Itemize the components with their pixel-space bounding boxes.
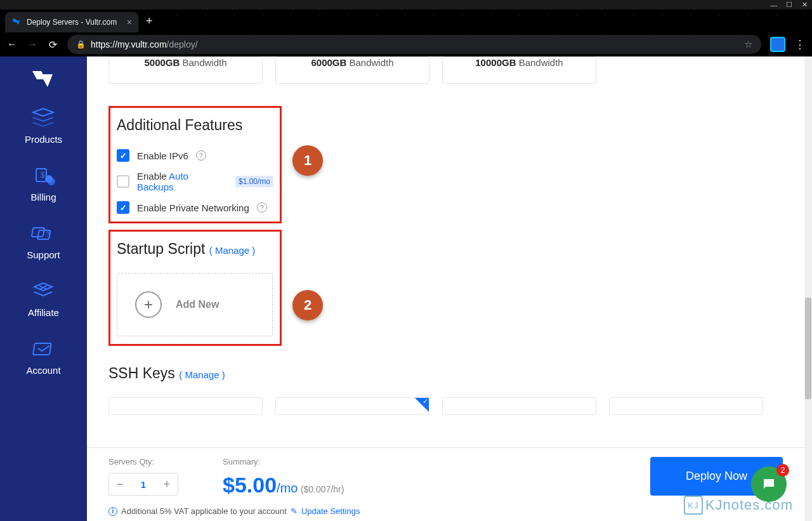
chat-badge: 2 (776, 464, 789, 477)
section-title: Startup Script ( Manage ) (117, 241, 273, 258)
plan-card[interactable]: 10000GB Bandwidth (442, 56, 596, 84)
products-icon (29, 106, 57, 130)
watermark: KJ KJnotes.com (684, 496, 793, 515)
additional-features-section: Additional Features Enable IPv6 ? Enable… (108, 106, 282, 223)
browser-tab-bar: Deploy Servers - Vultr.com × + (0, 10, 812, 32)
account-icon (29, 337, 57, 361)
chat-icon (761, 477, 776, 492)
window-titlebar (0, 0, 812, 10)
feature-row-private-net[interactable]: Enable Private Networking ? (117, 201, 273, 214)
url-path: /deploy/ (167, 39, 198, 49)
feature-row-backups[interactable]: Enable Auto Backups $1.00/mo (117, 171, 273, 192)
feature-row-ipv6[interactable]: Enable IPv6 ? (117, 149, 273, 162)
sidebar-label: Support (27, 249, 60, 260)
svg-point-3 (48, 178, 55, 185)
sidebar-label: Account (26, 365, 60, 376)
scrollbar-track[interactable] (804, 56, 812, 521)
section-title: SSH Keys ( Manage ) (108, 365, 783, 382)
sidebar-item-support[interactable]: ? Support (27, 218, 60, 264)
sidebar-item-account[interactable]: Account (26, 333, 60, 379)
svg-text:$: $ (41, 171, 45, 180)
affiliate-icon (29, 279, 57, 303)
checkbox-checked-icon[interactable] (117, 201, 129, 214)
extension-icon[interactable] (770, 37, 785, 52)
qty-label: Servers Qty: (108, 457, 178, 466)
update-settings-link[interactable]: Update Settings (301, 506, 360, 516)
address-bar[interactable]: 🔒 https://my.vultr.com/deploy/ ☆ (67, 35, 761, 54)
annotation-badge-2: 2 (292, 290, 323, 320)
plan-card[interactable]: 6000GB Bandwidth (275, 56, 429, 84)
browser-menu-icon[interactable]: ⋮ (794, 37, 806, 51)
qty-stepper: − 1 + (108, 473, 178, 496)
summary-label: Summary: (223, 457, 344, 466)
checkbox-unchecked-icon[interactable] (117, 175, 129, 188)
info-icon: i (108, 507, 117, 516)
svg-text:?: ? (46, 230, 49, 238)
startup-script-section: Startup Script ( Manage ) + Add New (108, 230, 282, 346)
qty-value: 1 (131, 479, 156, 490)
plan-card[interactable]: 5000GB Bandwidth (108, 56, 263, 84)
sidebar-label: Products (25, 134, 62, 145)
tab-title: Deploy Servers - Vultr.com (27, 18, 117, 27)
manage-link[interactable]: ( Manage ) (209, 245, 256, 256)
plus-icon: + (135, 291, 162, 318)
section-title: Additional Features (117, 117, 273, 134)
qty-minus-button[interactable]: − (109, 478, 131, 491)
lock-icon: 🔒 (76, 40, 86, 49)
window-close-icon[interactable] (801, 1, 808, 9)
plan-cards-row: 5000GB Bandwidth 6000GB Bandwidth 10000G… (108, 56, 783, 84)
qty-plus-button[interactable]: + (156, 478, 178, 491)
scrollbar-thumb[interactable] (805, 298, 811, 399)
ssh-key-card[interactable] (108, 397, 263, 415)
browser-tab[interactable]: Deploy Servers - Vultr.com × (5, 12, 138, 32)
back-icon[interactable]: ← (6, 39, 18, 50)
browser-toolbar: ← → ⟳ 🔒 https://my.vultr.com/deploy/ ☆ ⋮ (0, 32, 812, 56)
pencil-icon: ✎ (291, 506, 298, 516)
manage-link[interactable]: ( Manage ) (179, 369, 225, 380)
window-maximize-icon[interactable] (785, 1, 793, 9)
support-icon: ? (29, 221, 57, 246)
vat-notice: i Additional 5% VAT applicable to your a… (108, 506, 783, 516)
sidebar-label: Affiliate (28, 307, 59, 318)
svg-rect-7 (34, 343, 52, 355)
ssh-key-card[interactable] (609, 397, 763, 415)
ssh-key-card[interactable] (442, 397, 596, 415)
reload-icon[interactable]: ⟳ (47, 39, 58, 51)
billing-icon: $ (30, 164, 58, 188)
annotation-badge-1: 1 (292, 145, 323, 176)
vultr-logo-icon[interactable] (30, 68, 58, 91)
help-icon[interactable]: ? (257, 202, 267, 213)
new-tab-button[interactable]: + (146, 15, 153, 28)
bookmark-star-icon[interactable]: ☆ (744, 39, 752, 50)
checkbox-checked-icon[interactable] (117, 149, 129, 162)
sidebar-item-affiliate[interactable]: Affiliate (28, 275, 59, 322)
ssh-key-card-selected[interactable] (275, 397, 429, 415)
tab-close-icon[interactable]: × (127, 17, 132, 27)
price-value: $5.00 (223, 473, 277, 497)
price-badge: $1.00/mo (235, 176, 273, 187)
sidebar-item-billing[interactable]: $ Billing (30, 160, 58, 206)
vultr-favicon-icon (11, 17, 22, 27)
forward-icon[interactable]: → (27, 39, 38, 50)
add-new-script-button[interactable]: + Add New (117, 273, 273, 336)
window-minimize-icon[interactable] (770, 1, 778, 9)
url-domain: https://my.vultr.com (91, 39, 167, 49)
sidebar-item-products[interactable]: Products (25, 102, 62, 148)
help-icon[interactable]: ? (196, 150, 206, 161)
sidebar: Products $ Billing ? Support Affiliate A… (0, 56, 87, 521)
sidebar-label: Billing (30, 192, 56, 202)
